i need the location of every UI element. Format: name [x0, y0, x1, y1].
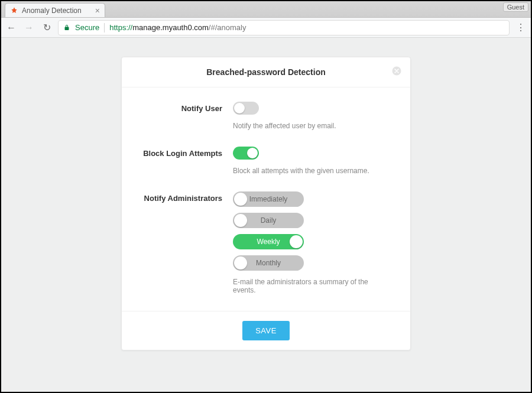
lock-icon	[63, 24, 70, 31]
favicon-icon	[10, 7, 18, 15]
tab-close-icon[interactable]: ×	[95, 7, 100, 15]
reload-button[interactable]: ↻	[40, 22, 53, 33]
field-label-notify-admins: Notify Administrators	[140, 191, 233, 203]
url-protocol: https://	[109, 23, 132, 32]
pill-knob	[234, 214, 247, 227]
forward-button[interactable]: →	[22, 22, 35, 33]
field-notify-user: Notify User Notify the affected user by …	[140, 102, 392, 130]
toggle-knob	[234, 103, 245, 113]
pill-knob	[234, 193, 247, 206]
pill-label: Daily	[261, 216, 277, 225]
url-path: /#/anomaly	[209, 23, 246, 32]
back-button[interactable]: ←	[5, 22, 18, 33]
card-footer: SAVE	[122, 311, 410, 350]
tab-title: Anomaly Detection	[22, 7, 82, 15]
omnibox-separator	[104, 23, 105, 33]
pill-knob	[290, 235, 303, 248]
address-bar[interactable]: Secure https://manage.myauth0.com/#/anom…	[58, 20, 510, 35]
browser-tab[interactable]: Anomaly Detection ×	[5, 3, 105, 17]
secure-label: Secure	[75, 23, 99, 32]
card-body: Notify User Notify the affected user by …	[122, 87, 410, 311]
browser-menu-icon[interactable]: ⋮	[514, 22, 527, 33]
save-button[interactable]: SAVE	[242, 321, 290, 340]
page-viewport: Breached-password Detection Notify User	[1, 38, 531, 392]
url-host: manage.myauth0.com	[132, 23, 209, 32]
card-header: Breached-password Detection	[122, 57, 410, 87]
help-notify-admins: E-mail the administrators a summary of t…	[233, 278, 392, 294]
frequency-pill-weekly[interactable]: Weekly	[233, 234, 304, 249]
field-label-notify-user: Notify User	[140, 102, 233, 113]
url-text: https://manage.myauth0.com/#/anomaly	[109, 23, 246, 32]
help-notify-user: Notify the affected user by email.	[233, 122, 392, 130]
field-block-login: Block Login Attempts Block all attempts …	[140, 147, 392, 175]
card-title: Breached-password Detection	[206, 67, 326, 77]
toggle-notify-user[interactable]	[233, 102, 259, 115]
tabstrip: Anomaly Detection × Guest	[1, 1, 531, 18]
pill-label: Immediately	[249, 195, 288, 203]
field-notify-admins: Notify Administrators ImmediatelyDailyWe…	[140, 191, 392, 294]
field-label-block-login: Block Login Attempts	[140, 147, 233, 158]
frequency-pill-monthly[interactable]: Monthly	[233, 255, 304, 271]
pill-knob	[234, 256, 247, 269]
guest-badge: Guest	[503, 2, 528, 12]
pill-label: Weekly	[257, 238, 280, 246]
settings-card: Breached-password Detection Notify User	[121, 57, 411, 350]
frequency-pill-daily[interactable]: Daily	[233, 213, 304, 228]
frequency-pill-immediately[interactable]: Immediately	[233, 191, 304, 207]
close-icon[interactable]	[391, 66, 402, 76]
help-block-login: Block all attempts with the given userna…	[233, 167, 392, 175]
pill-label: Monthly	[256, 259, 281, 267]
toggle-knob	[247, 148, 258, 158]
toggle-block-login[interactable]	[233, 147, 259, 160]
browser-toolbar: ← → ↻ Secure https://manage.myauth0.com/…	[1, 18, 531, 38]
